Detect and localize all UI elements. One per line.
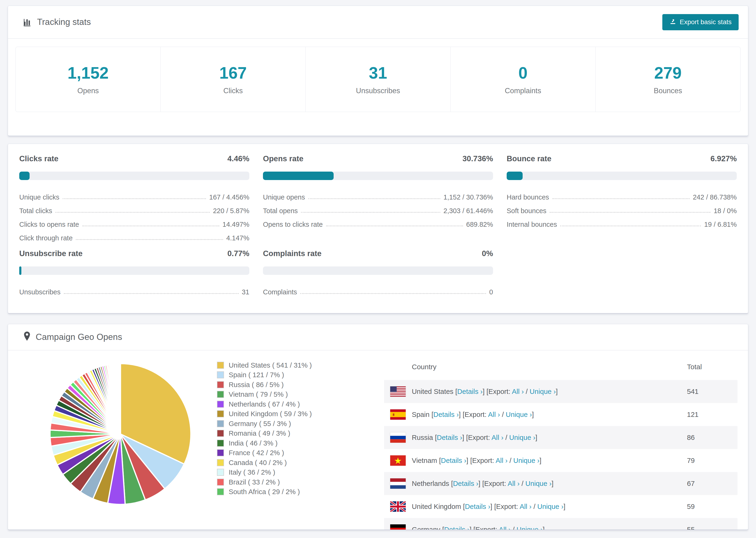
legend-item-romania[interactable]: Romania ( 49 / 3% ) bbox=[217, 429, 312, 439]
rate-progress-bar bbox=[19, 172, 249, 180]
rates-grid: Clicks rate4.46%Unique clicks167 / 4.456… bbox=[19, 145, 737, 296]
rate-progress-bar bbox=[507, 172, 737, 180]
rate-row-value: 0 bbox=[489, 288, 493, 296]
rate-progress-fill bbox=[19, 172, 29, 180]
total-cell: 59 bbox=[687, 503, 737, 511]
details-link[interactable]: Details › bbox=[437, 434, 462, 441]
rate-row-value: 2,303 / 61.446% bbox=[444, 207, 493, 215]
export-unique-link[interactable]: Unique › bbox=[516, 525, 543, 530]
legend-item-india[interactable]: India ( 46 / 3% ) bbox=[217, 438, 312, 448]
legend-item-germany[interactable]: Germany ( 55 / 3% ) bbox=[217, 419, 312, 429]
legend-item-vietnam[interactable]: Vietnam ( 79 / 5% ) bbox=[217, 390, 312, 400]
details-link[interactable]: Details › bbox=[453, 480, 478, 487]
flag-icon-nl bbox=[390, 478, 406, 489]
slash: / bbox=[519, 480, 525, 487]
map-pin-icon bbox=[23, 331, 31, 343]
export-unique-link[interactable]: Unique › bbox=[513, 457, 540, 464]
dotted-leader bbox=[560, 226, 701, 226]
rate-row-label: Internal bounces bbox=[507, 221, 557, 228]
export-unique-link[interactable]: Unique › bbox=[509, 434, 536, 441]
legend-item-south-africa[interactable]: South Africa ( 29 / 2% ) bbox=[217, 487, 312, 497]
country-links: Germany [Details ›] [Export: All › / Uni… bbox=[412, 525, 545, 530]
bracket: ] bbox=[564, 503, 566, 510]
legend-item-russia[interactable]: Russia ( 86 / 5% ) bbox=[217, 380, 312, 390]
legend-swatch bbox=[217, 401, 224, 408]
legend-item-united-kingdom[interactable]: United Kingdom ( 59 / 3% ) bbox=[217, 409, 312, 419]
details-link[interactable]: Details › bbox=[444, 525, 469, 530]
country-cell: Russia [Details ›] [Export: All › / Uniq… bbox=[384, 432, 687, 443]
export-all-link[interactable]: All › bbox=[508, 480, 519, 487]
flag-icon-vn bbox=[390, 456, 406, 466]
dotted-leader bbox=[55, 212, 210, 213]
rate-title: Opens rate bbox=[263, 154, 303, 163]
export-all-link[interactable]: All › bbox=[519, 503, 531, 510]
section-title: Campaign Geo Opens bbox=[36, 332, 122, 342]
geo-table: Country Total United States [Details ›] … bbox=[384, 354, 737, 530]
rate-row-value: 31 bbox=[242, 288, 249, 296]
legend-item-france[interactable]: France ( 42 / 2% ) bbox=[217, 448, 312, 458]
total-cell: 541 bbox=[687, 388, 737, 396]
rate-row: Hard bounces242 / 86.738% bbox=[507, 188, 737, 201]
export-unique-link[interactable]: Unique › bbox=[537, 503, 564, 510]
pie-slice-other-61[interactable] bbox=[120, 364, 121, 434]
export-basic-stats-button[interactable]: Export basic stats bbox=[662, 14, 739, 30]
export-unique-link[interactable]: Unique › bbox=[506, 410, 532, 418]
stat-value: 279 bbox=[654, 64, 681, 82]
legend-item-brazil[interactable]: Brazil ( 33 / 2% ) bbox=[217, 477, 312, 487]
stat-value: 31 bbox=[369, 64, 387, 82]
export-unique-link[interactable]: Unique › bbox=[530, 388, 556, 395]
rate-rows: Complaints0 bbox=[263, 282, 493, 296]
rate-percent: 0% bbox=[482, 249, 493, 258]
country-name: Russia bbox=[412, 434, 435, 441]
country-cell: Spain [Details ›] [Export: All › / Uniqu… bbox=[384, 409, 687, 420]
bracket: ] [ bbox=[483, 388, 489, 395]
bracket: ] bbox=[552, 480, 553, 487]
legend-item-spain[interactable]: Spain ( 121 / 7% ) bbox=[217, 370, 312, 380]
export-prefix: Export: bbox=[484, 480, 508, 487]
rate-row: Unique clicks167 / 4.456% bbox=[19, 188, 249, 201]
rate-section-complaints-rate: Complaints rate0%Complaints0 bbox=[263, 240, 493, 296]
page-title: Tracking stats bbox=[37, 17, 91, 27]
details-link[interactable]: Details › bbox=[465, 503, 490, 510]
legend-item-italy[interactable]: Italy ( 36 / 2% ) bbox=[217, 467, 312, 477]
stat-value: 0 bbox=[518, 64, 527, 82]
dotted-leader bbox=[82, 226, 219, 226]
legend-swatch bbox=[217, 469, 224, 476]
bracket: ] [ bbox=[469, 525, 475, 530]
details-link[interactable]: Details › bbox=[433, 410, 459, 418]
export-all-link[interactable]: All › bbox=[512, 388, 524, 395]
rate-row-label: Total clicks bbox=[19, 207, 52, 215]
export-all-link[interactable]: All › bbox=[488, 410, 500, 418]
legend-swatch bbox=[217, 440, 224, 447]
export-all-link[interactable]: All › bbox=[499, 525, 511, 530]
flag-icon-us bbox=[390, 386, 406, 397]
geo-table-row-es: Spain [Details ›] [Export: All › / Uniqu… bbox=[384, 403, 737, 426]
country-links: Netherlands [Details ›] [Export: All › /… bbox=[412, 480, 553, 488]
rate-percent: 30.736% bbox=[462, 154, 493, 163]
rate-section-opens-rate: Opens rate30.736%Unique opens1,152 / 30.… bbox=[263, 145, 493, 240]
legend-item-canada[interactable]: Canada ( 40 / 2% ) bbox=[217, 458, 312, 467]
rate-row: Total opens2,303 / 61.446% bbox=[263, 201, 493, 215]
details-link[interactable]: Details › bbox=[441, 457, 466, 464]
rate-rows: Hard bounces242 / 86.738%Soft bounces18 … bbox=[507, 188, 737, 228]
slash: / bbox=[508, 457, 513, 464]
rate-row-label: Unique clicks bbox=[19, 193, 59, 201]
bracket: ] bbox=[535, 434, 537, 441]
export-unique-link[interactable]: Unique › bbox=[525, 480, 552, 487]
export-all-link[interactable]: All › bbox=[491, 434, 503, 441]
details-link[interactable]: Details › bbox=[458, 388, 483, 395]
legend-label: Italy ( 36 / 2% ) bbox=[229, 468, 275, 476]
country-cell: Vietnam [Details ›] [Export: All › / Uni… bbox=[384, 456, 687, 466]
country-cell: Netherlands [Details ›] [Export: All › /… bbox=[384, 478, 687, 489]
legend-item-netherlands[interactable]: Netherlands ( 67 / 4% ) bbox=[217, 399, 312, 409]
flag-icon-gb bbox=[390, 501, 406, 512]
bracket: ] [ bbox=[466, 457, 472, 464]
rate-percent: 6.927% bbox=[711, 154, 737, 163]
dotted-leader bbox=[326, 226, 463, 226]
rate-row-value: 220 / 5.87% bbox=[213, 207, 249, 215]
rate-title: Bounce rate bbox=[507, 154, 552, 163]
legend-swatch bbox=[217, 362, 224, 369]
legend-item-united-states[interactable]: United States ( 541 / 31% ) bbox=[217, 360, 312, 370]
export-all-link[interactable]: All › bbox=[496, 457, 508, 464]
rate-row-value: 689.82% bbox=[466, 221, 493, 228]
